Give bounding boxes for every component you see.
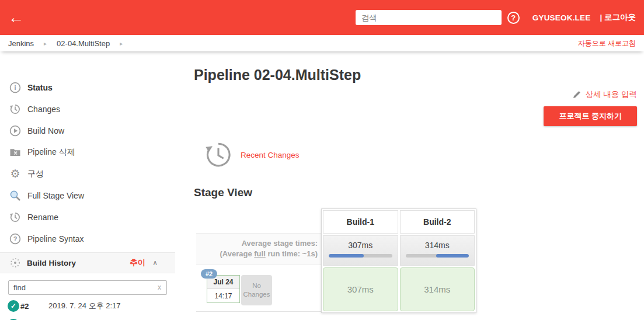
- history-icon: [9, 211, 21, 223]
- build-history-row[interactable]: ✓ #2 2019. 7. 24 오후 2:17: [0, 298, 175, 314]
- sidebar-item-label: Changes: [27, 105, 60, 114]
- sidebar-item-full-stage-view[interactable]: Full Stage View: [0, 185, 175, 206]
- breadcrumb-project[interactable]: 02-04.MultiStep: [57, 39, 110, 48]
- pencil-icon: [572, 90, 582, 99]
- stage-header-build-1: Build-1: [323, 210, 398, 234]
- build-time: 14:17: [207, 289, 239, 302]
- top-bar-right: ? GYUSEOK.LEE | 로그아웃: [356, 10, 636, 25]
- stage-result-cell[interactable]: 307ms: [323, 267, 398, 311]
- logout-link[interactable]: | 로그아웃: [600, 12, 636, 23]
- question-icon: ?: [9, 233, 21, 245]
- stage-avg-bar: [406, 254, 469, 258]
- trend-link[interactable]: 추이: [130, 258, 145, 268]
- stage-avg-bar: [329, 254, 392, 258]
- sidebar-item-build-now[interactable]: Build Now: [0, 120, 175, 141]
- build-history-title: Build History: [27, 259, 76, 267]
- delete-folder-icon: [9, 147, 21, 158]
- gear-icon: ⚙: [9, 168, 21, 180]
- info-icon: i: [9, 82, 21, 93]
- build-date: 2019. 7. 24 오후 2:17: [48, 301, 121, 311]
- sidebar-item-changes[interactable]: Changes: [0, 98, 175, 120]
- build-history-header: Build History 추이 ∧: [0, 252, 175, 273]
- top-bar: ← ? GYUSEOK.LEE | 로그아웃: [0, 0, 644, 35]
- breadcrumb: Jenkins ▸ 02-04.MultiStep ▸ 자동으로 새로고침: [0, 35, 644, 51]
- chevron-right-icon: ▸: [120, 40, 123, 47]
- stage-average-cell: 307ms: [323, 235, 398, 266]
- chevron-up-icon[interactable]: ∧: [152, 259, 158, 267]
- stage-avg-bar-fill: [329, 254, 364, 258]
- username-link[interactable]: GYUSEOK.LEE: [532, 13, 591, 22]
- sidebar-item-label: Rename: [27, 213, 58, 222]
- sidebar-item-configure[interactable]: ⚙ 구성: [0, 163, 175, 185]
- build-history-panel: Build History 추이 ∧ x ✓ #2 2019. 7. 24 오후…: [0, 252, 175, 320]
- breadcrumb-jenkins[interactable]: Jenkins: [8, 39, 34, 48]
- stage-view-heading: Stage View: [194, 186, 637, 199]
- build-datetime-box[interactable]: Jul 24 14:17: [207, 275, 240, 303]
- build-id: #2: [20, 302, 48, 311]
- clear-filter-icon[interactable]: x: [158, 283, 161, 291]
- sidebar-item-label: Full Stage View: [27, 191, 84, 200]
- sidebar-item-rename[interactable]: Rename: [0, 206, 175, 228]
- sidebar: i Status Changes Build Now: [0, 51, 175, 320]
- stage-columns-card: Build-1 Build-2 307ms 314ms 307ms 314ms: [321, 208, 476, 313]
- content: i Status Changes Build Now: [0, 51, 644, 320]
- history-large-icon: [204, 141, 232, 169]
- build-history-row[interactable]: ✓ #1 2019. 7. 24 오후 2:1: [0, 317, 175, 320]
- sidebar-item-delete-pipeline[interactable]: Pipeline 삭제: [0, 141, 175, 163]
- sidebar-item-status[interactable]: i Status: [0, 76, 175, 98]
- back-arrow-icon[interactable]: ←: [8, 10, 24, 26]
- sidebar-item-label: 구성: [27, 169, 44, 179]
- stage-view-table: Average stage times: (Average full run t…: [196, 208, 478, 314]
- sidebar-item-label: Pipeline Syntax: [27, 234, 84, 244]
- no-changes-box: No Changes: [241, 275, 272, 305]
- sidebar-item-pipeline-syntax[interactable]: ? Pipeline Syntax: [0, 228, 175, 249]
- sidebar-item-label: Status: [27, 83, 53, 92]
- magnifier-icon: [9, 190, 21, 201]
- build-number-badge[interactable]: #2: [201, 269, 217, 279]
- auto-refresh-link[interactable]: 자동으로 새로고침: [578, 39, 636, 48]
- stage-header-build-2: Build-2: [400, 210, 475, 234]
- stage-average-cell: 314ms: [400, 235, 475, 266]
- stage-result-cell[interactable]: 314ms: [400, 267, 475, 311]
- recent-changes-link[interactable]: Recent Changes: [241, 151, 300, 159]
- main-content: Pipeline 02-04.MultiStep 상세 내용 입력 프로젝트 중…: [175, 51, 644, 320]
- build-filter-input[interactable]: [8, 280, 167, 295]
- build-history-filter: x: [0, 273, 175, 298]
- edit-description-link[interactable]: 상세 내용 입력: [572, 89, 637, 100]
- stop-project-button[interactable]: 프로젝트 중지하기: [544, 106, 637, 126]
- success-check-icon: ✓: [8, 300, 19, 312]
- search-input[interactable]: [356, 10, 502, 25]
- history-icon: [9, 103, 21, 115]
- average-times-label: Average stage times: (Average full run t…: [196, 233, 321, 265]
- sidebar-item-label: Build Now: [27, 126, 64, 135]
- chevron-right-icon: ▸: [44, 40, 47, 47]
- stage-table-left-column: Average stage times: (Average full run t…: [196, 208, 321, 314]
- trend-icon: [9, 257, 21, 269]
- build-row-info: #2 Jul 24 14:17 No Changes: [196, 265, 321, 312]
- recent-changes: Recent Changes: [204, 141, 637, 169]
- page-title: Pipeline 02-04.MultiStep: [194, 67, 637, 84]
- sidebar-item-label: Pipeline 삭제: [27, 147, 75, 158]
- stage-avg-bar-fill: [436, 254, 469, 258]
- edit-description-label: 상세 내용 입력: [585, 89, 637, 100]
- help-icon[interactable]: ?: [507, 12, 520, 24]
- play-icon: [9, 125, 21, 137]
